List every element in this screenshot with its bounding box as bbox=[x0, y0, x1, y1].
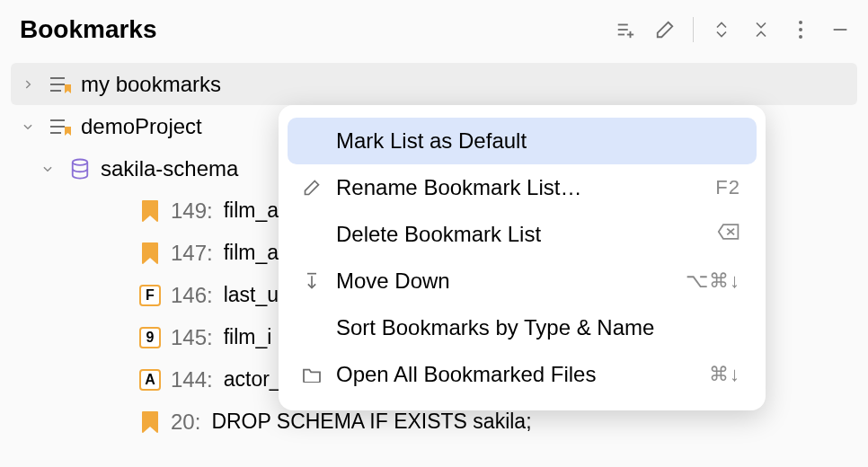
list-label: my bookmarks bbox=[81, 72, 221, 97]
bookmark-icon bbox=[137, 200, 164, 222]
header-actions bbox=[614, 17, 852, 42]
bookmarks-panel: Bookmarks bbox=[0, 0, 868, 467]
folder-icon bbox=[300, 366, 323, 383]
more-icon[interactable] bbox=[789, 18, 812, 41]
move-down-icon bbox=[300, 271, 323, 291]
menu-move-down[interactable]: Move Down ⌥⌘↓ bbox=[288, 258, 757, 304]
line-number: 144: bbox=[171, 367, 213, 392]
menu-label: Delete Bookmark List bbox=[336, 222, 704, 247]
menu-label: Move Down bbox=[336, 269, 673, 294]
list-icon bbox=[47, 116, 74, 137]
menu-open-all[interactable]: Open All Bookmarked Files ⌘↓ bbox=[288, 351, 757, 398]
line-number: 20: bbox=[171, 410, 200, 435]
menu-label: Open All Bookmarked Files bbox=[336, 362, 696, 387]
expand-icon[interactable] bbox=[710, 18, 733, 41]
bookmark-text: DROP SCHEMA IF EXISTS sakila; bbox=[211, 410, 531, 434]
line-number: 149: bbox=[171, 198, 213, 224]
menu-mark-default[interactable]: Mark List as Default bbox=[288, 118, 757, 164]
menu-label: Mark List as Default bbox=[336, 128, 728, 154]
menu-sort[interactable]: Sort Bookmarks by Type & Name bbox=[288, 304, 757, 351]
menu-shortcut: ⌥⌘↓ bbox=[686, 269, 740, 293]
mnemonic-f-icon: F bbox=[137, 285, 164, 306]
context-menu: Mark List as Default Rename Bookmark Lis… bbox=[279, 105, 766, 410]
svg-point-6 bbox=[799, 28, 802, 31]
chevron-down-icon[interactable] bbox=[36, 163, 59, 175]
pencil-icon bbox=[300, 179, 323, 197]
bookmark-text: film_a bbox=[224, 198, 279, 223]
menu-delete[interactable]: Delete Bookmark List bbox=[288, 211, 757, 258]
edit-icon[interactable] bbox=[653, 18, 677, 41]
minimize-icon[interactable] bbox=[828, 18, 852, 41]
svg-point-7 bbox=[799, 35, 802, 39]
menu-shortcut: ⌘↓ bbox=[709, 363, 740, 386]
bookmark-text: film_a bbox=[224, 241, 279, 265]
svg-point-15 bbox=[73, 159, 88, 164]
mnemonic-a-icon: A bbox=[137, 369, 164, 391]
menu-rename[interactable]: Rename Bookmark List… F2 bbox=[288, 164, 757, 211]
collapse-icon[interactable] bbox=[749, 18, 773, 41]
header-divider bbox=[693, 17, 694, 42]
mnemonic-9-icon: 9 bbox=[137, 327, 164, 348]
panel-title: Bookmarks bbox=[20, 15, 157, 44]
line-number: 146: bbox=[171, 283, 213, 308]
file-label: sakila-schema bbox=[101, 156, 238, 181]
svg-point-5 bbox=[799, 21, 802, 24]
line-number: 145: bbox=[171, 325, 213, 350]
bookmark-text: film_i bbox=[224, 325, 272, 349]
bookmark-list-my-bookmarks[interactable]: my bookmarks bbox=[11, 63, 857, 105]
menu-label: Sort Bookmarks by Type & Name bbox=[336, 315, 728, 340]
list-label: demoProject bbox=[81, 114, 202, 139]
list-icon bbox=[47, 74, 74, 95]
panel-header: Bookmarks bbox=[0, 0, 868, 59]
line-number: 147: bbox=[171, 241, 213, 266]
bookmark-icon bbox=[137, 411, 164, 433]
delete-shortcut-icon bbox=[717, 223, 740, 246]
bookmark-icon bbox=[137, 242, 164, 264]
database-icon bbox=[66, 158, 93, 180]
menu-shortcut: F2 bbox=[715, 176, 740, 199]
menu-label: Rename Bookmark List… bbox=[336, 175, 703, 200]
chevron-right-icon[interactable] bbox=[16, 78, 40, 91]
new-list-icon[interactable] bbox=[614, 18, 637, 41]
chevron-down-icon[interactable] bbox=[16, 120, 40, 133]
